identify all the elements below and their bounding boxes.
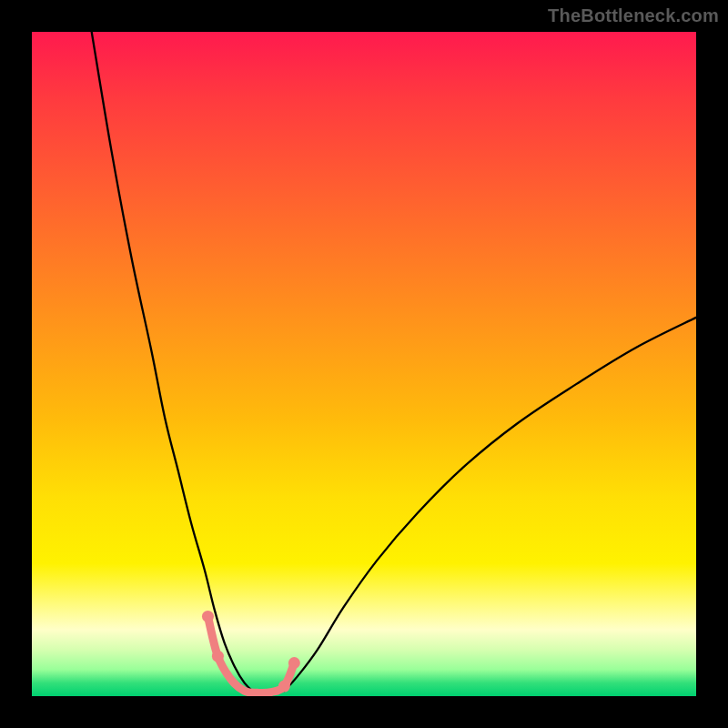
plot-area: [32, 32, 696, 696]
svg-point-0: [202, 611, 214, 622]
right-curve: [284, 318, 696, 691]
svg-point-1: [212, 651, 224, 662]
svg-point-2: [278, 681, 290, 693]
curves-svg: [32, 32, 696, 696]
attribution-label: TheBottleneck.com: [548, 5, 719, 26]
chart-frame: TheBottleneck.com: [0, 0, 728, 728]
svg-point-3: [288, 657, 300, 669]
left-curve: [92, 32, 255, 693]
valley-segment: [202, 611, 300, 693]
